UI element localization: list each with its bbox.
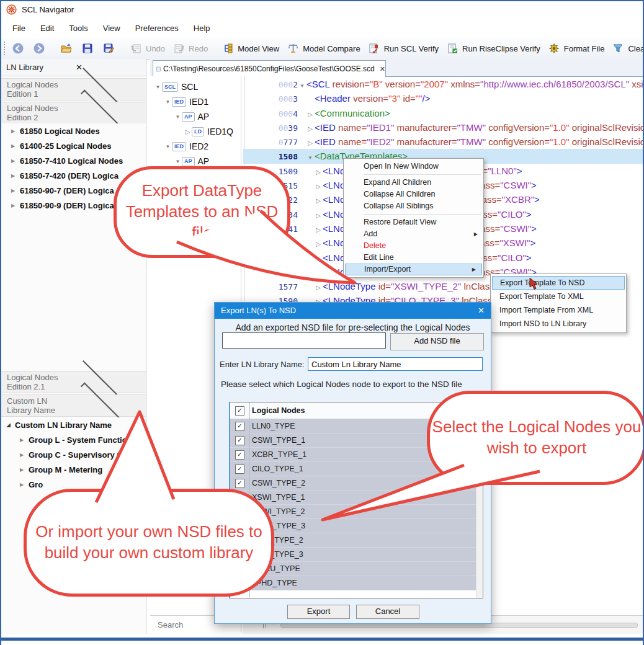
menu-item-open-in-new-window[interactable]: Open In New Window [344,161,483,172]
collapsed-triangle-icon[interactable]: ▶ [11,143,20,149]
menu-help[interactable]: Help [186,20,218,36]
menu-item-expand-all-children[interactable]: Expand All Children [344,177,483,189]
menu-tools[interactable]: Tools [61,20,95,36]
section-logical-nodes-edition-1[interactable]: Logical Nodes Edition 1 [1,78,146,100]
model-tree-item-ap[interactable]: ▼APAP [150,109,241,124]
list-item-cswi-type-2[interactable]: ✓CSWI_TYPE_2 [230,476,483,491]
collapsed-triangle-icon[interactable]: ▶ [20,452,29,458]
section-logical-nodes-edition-2-1[interactable]: Logical Nodes Edition 2.1 [1,371,146,393]
collapsed-triangle-icon[interactable]: ▶ [20,482,29,487]
clean-templates-button[interactable]: Clean Templates [607,40,644,57]
code-line-3[interactable]: 0003<Header version="3" id=""/> [243,91,643,105]
run-scl-verify-button[interactable]: Run SCL Verify [364,40,442,57]
expanded-icon[interactable]: ▼ [174,114,182,120]
collapsed-icon[interactable]: ▷ [314,252,323,266]
collapsed-triangle-icon[interactable]: ▶ [11,188,20,194]
nsd-file-input[interactable] [222,332,386,349]
menu-item-edit-line[interactable]: Edit Line [344,252,483,264]
toolbar-open-button[interactable] [56,40,77,57]
add-nsd-file-button[interactable]: Add NSD file [390,333,484,350]
model-compare-button[interactable]: Model Compare [282,40,364,57]
code-line-2[interactable]: 0002▼<SCL revision="B" version="2007" xm… [243,77,643,91]
custom-library-group[interactable]: ▶Group C - Supervisory Control [1,447,146,462]
submenu-item-import-template-from-xml[interactable]: Import Template From XML [491,303,626,317]
list-item-xswi-type-1[interactable]: ✓XSWI_TYPE_1 [230,491,483,505]
collapsed-triangle-icon[interactable]: ▶ [20,437,29,443]
section-logical-nodes-edition-2[interactable]: Logical Nodes Edition 2 [1,102,146,124]
menu-file[interactable]: File [5,20,33,36]
collapsed-icon[interactable]: ▷ [314,179,323,194]
custom-library-root[interactable]: ◢Custom LN Library Name [1,417,146,432]
model-tree-item-ied2[interactable]: ▼IEDIED2 [150,139,241,154]
expanded-icon[interactable]: ▼ [164,144,172,149]
expanded-icon[interactable]: ▼ [174,159,182,164]
toolbar-back-button[interactable] [7,40,29,57]
collapsed-icon[interactable]: ▷ [314,280,323,295]
menu-item-add[interactable]: Add▶ [344,228,483,240]
list-item-lphd-type[interactable]: ✓LPHD_TYPE [230,576,483,590]
section-custom-ln-library[interactable]: Custom LN Library Name [1,394,146,417]
collapsed-icon[interactable]: ▷ [314,266,323,280]
toolbar-undo-button[interactable]: Undo [125,40,168,57]
code-line-39[interactable]: 0039▷<IED name="IED1" manufacturer="TMW"… [243,120,643,135]
collapsed-icon[interactable]: ▷ [314,237,323,251]
tab-close-icon[interactable]: ✕ [380,65,385,73]
item-checkbox[interactable]: ✓ [235,436,244,445]
model-view-button[interactable]: Model View [217,40,282,57]
library-node-item[interactable]: ▶61850-7-410 Logical Nodes [1,153,146,168]
collapsed-icon[interactable]: ▷ [314,165,323,179]
toolbar-save-button[interactable] [77,40,98,57]
model-tree-item-ied1[interactable]: ▼IEDIED1 [150,94,241,109]
file-tab[interactable]: C:\Testing\Resources\61850ConfigFiles\Go… [153,60,386,77]
custom-library-group[interactable]: ▶Group L - System Functions [1,432,146,447]
collapsed-triangle-icon[interactable]: ▶ [11,158,20,164]
cancel-button[interactable]: Cancel [356,605,419,619]
collapsed-icon[interactable]: ▷ [306,136,315,150]
menu-view[interactable]: View [96,20,128,36]
toolbar-forward-button[interactable] [29,40,50,57]
collapsed-triangle-icon[interactable]: ▶ [11,203,20,208]
submenu-item-import-nsd-to-ln-library[interactable]: Import NSD to LN Library [491,317,626,331]
dialog-close-icon[interactable]: ✕ [478,303,485,319]
library-node-item[interactable]: ▶61400-25 Logical Nodes [1,138,146,153]
item-checkbox[interactable]: ✓ [235,422,244,431]
submenu-item-export-template-to-nsd[interactable]: Export Template To NSD [492,276,625,290]
export-button[interactable]: Export [287,605,350,619]
model-tree-item-scl[interactable]: ▼SCLSCL [150,79,241,94]
expanded-triangle-icon[interactable]: ◢ [6,422,15,428]
model-tree-item-ied1q[interactable]: ▷LDIED1Q [150,124,241,139]
expanded-icon[interactable]: ▼ [154,84,162,90]
collapsed-icon[interactable]: ▷ [184,128,192,135]
collapsed-icon[interactable]: ▷ [314,223,323,237]
item-checkbox[interactable]: ✓ [235,479,244,488]
code-line-777[interactable]: 0777▷<IED name="IED2" manufacturer="TMW"… [243,135,643,149]
toolbar-redo-button[interactable]: Redo [168,40,211,57]
collapsed-icon[interactable]: ▷ [306,107,315,122]
syntax-token: "1.0" [550,136,572,147]
item-checkbox[interactable]: ✓ [235,450,244,460]
menu-item-import-export[interactable]: Import/Export▶ [345,264,482,275]
collapsed-triangle-icon[interactable]: ▶ [11,128,20,134]
collapsed-triangle-icon[interactable]: ▶ [20,467,29,473]
menu-item-delete[interactable]: Delete [344,240,483,252]
collapsed-icon[interactable]: ▷ [314,194,323,208]
library-name-input[interactable] [308,357,483,371]
header-checkbox[interactable]: ✓ [235,406,244,416]
format-file-button[interactable]: Format File [543,40,608,57]
expanded-icon[interactable]: ▼ [164,99,172,105]
custom-library-group[interactable]: ▶Group M - Metering [1,462,146,477]
code-line-4[interactable]: 0004▷<Communication> [243,106,643,120]
item-checkbox[interactable]: ✓ [235,465,244,474]
submenu-item-export-template-to-xml[interactable]: Export Template To XML [491,290,626,303]
library-node-item[interactable]: ▶61850 Logical Nodes [1,123,146,138]
collapsed-icon[interactable]: ▷ [314,208,323,223]
menu-item-collapse-all-children[interactable]: Collapse All Children [344,189,483,200]
menu-edit[interactable]: Edit [33,20,61,36]
collapsed-icon[interactable]: ▷ [306,122,315,136]
toolbar-save-as-button[interactable] [98,40,119,57]
menu-preferences[interactable]: Preferences [128,20,186,36]
run-riseclipse-verify-button[interactable]: Run RiseClipse Verify [442,40,543,57]
collapsed-triangle-icon[interactable]: ▶ [11,173,20,179]
menu-item-restore-default-view[interactable]: Restore Default View [344,216,483,228]
menu-item-collapse-all-siblings[interactable]: Collapse All Siblings [344,200,483,212]
